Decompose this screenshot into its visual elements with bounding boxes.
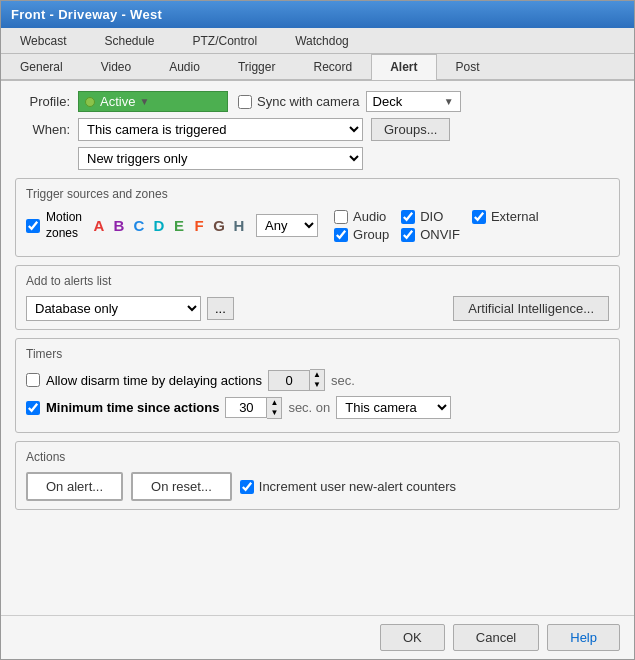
increment-checkbox[interactable] [240,480,254,494]
motion-zones-label: Motionzones [46,210,82,241]
source-checkboxes: Audio DIO External Group [334,209,539,242]
footer: OK Cancel Help [1,615,634,659]
ok-button[interactable]: OK [380,624,445,651]
actions-section: Actions On alert... On reset... Incremen… [15,441,620,510]
disarm-down-button[interactable]: ▼ [310,380,324,390]
zone-letter-g[interactable]: G [210,217,228,234]
profile-label: Profile: [15,94,70,109]
cancel-button[interactable]: Cancel [453,624,539,651]
increment-label[interactable]: Increment user new-alert counters [240,479,456,494]
active-indicator [85,97,95,107]
min-time-checkbox[interactable] [26,401,40,415]
group-checkbox[interactable] [334,228,348,242]
triggers-row: New triggers only [15,147,620,170]
timers-title: Timers [26,347,609,361]
disarm-row: Allow disarm time by delaying actions 0 … [26,369,609,391]
actions-title: Actions [26,450,609,464]
zone-letter-h[interactable]: H [230,217,248,234]
tab-watchdog[interactable]: Watchdog [276,28,368,53]
actions-buttons-row: On alert... On reset... Increment user n… [26,472,609,501]
trigger-sources-title: Trigger sources and zones [26,187,609,201]
onvif-label: ONVIF [420,227,460,242]
disarm-label: Allow disarm time by delaying actions [46,373,262,388]
audio-checkbox-label[interactable]: Audio [334,209,389,224]
on-alert-button[interactable]: On alert... [26,472,123,501]
disarm-sec-label: sec. [331,373,355,388]
min-time-label: Minimum time since actions [46,400,219,415]
tab-ptz-control[interactable]: PTZ/Control [174,28,277,53]
audio-checkbox[interactable] [334,210,348,224]
min-time-input[interactable]: 30 [225,397,267,418]
onvif-checkbox-label[interactable]: ONVIF [401,227,460,242]
on-reset-button[interactable]: On reset... [131,472,232,501]
external-label: External [491,209,539,224]
when-row: When: This camera is triggered Groups... [15,118,620,141]
tab-record[interactable]: Record [294,54,371,79]
titlebar: Front - Driveway - West [1,1,634,28]
main-content: Profile: Active ▼ Sync with camera Deck … [1,81,634,615]
ai-button[interactable]: Artificial Intelligence... [453,296,609,321]
external-checkbox-label[interactable]: External [472,209,539,224]
tab-general[interactable]: General [1,54,82,79]
min-time-sec-on-label: sec. on [288,400,330,415]
sync-with-camera-checkbox[interactable] [238,95,252,109]
zone-letter-e[interactable]: E [170,217,188,234]
disarm-input[interactable]: 0 [268,370,310,391]
motion-zones-checkbox[interactable] [26,219,40,233]
min-time-down-button[interactable]: ▼ [267,408,281,418]
tab-post[interactable]: Post [437,54,499,79]
increment-text: Increment user new-alert counters [259,479,456,494]
disarm-up-button[interactable]: ▲ [310,370,324,380]
bottom-tab-row: General Video Audio Trigger Record Alert… [1,54,634,81]
zone-letter-d[interactable]: D [150,217,168,234]
alerts-row: Database only ... Artificial Intelligenc… [26,296,609,321]
zone-letter-f[interactable]: F [190,217,208,234]
tab-audio[interactable]: Audio [150,54,219,79]
top-tab-row: Webcast Schedule PTZ/Control Watchdog [1,28,634,54]
sync-with-camera-label[interactable]: Sync with camera [238,94,360,109]
profile-row: Profile: Active ▼ Sync with camera Deck … [15,91,620,112]
external-checkbox[interactable] [472,210,486,224]
camera-dropdown[interactable]: This camera [336,396,451,419]
main-window: Front - Driveway - West Webcast Schedule… [0,0,635,660]
group-label: Group [353,227,389,242]
tab-video[interactable]: Video [82,54,150,79]
groups-button[interactable]: Groups... [371,118,450,141]
zone-letter-c[interactable]: C [130,217,148,234]
motion-zone-letters: A B C D E F G H [90,217,248,234]
database-dropdown[interactable]: Database only [26,296,201,321]
tab-schedule[interactable]: Schedule [85,28,173,53]
tab-alert[interactable]: Alert [371,54,436,80]
help-button[interactable]: Help [547,624,620,651]
window-title: Front - Driveway - West [11,7,162,22]
zone-letter-b[interactable]: B [110,217,128,234]
alerts-section: Add to alerts list Database only ... Art… [15,265,620,330]
sync-with-camera-text: Sync with camera [257,94,360,109]
dio-checkbox-label[interactable]: DIO [401,209,460,224]
motion-zones-row: Motionzones A B C D E F G H Any [26,209,609,242]
alerts-title: Add to alerts list [26,274,609,288]
chevron-down-icon: ▼ [139,96,149,107]
when-label: When: [15,122,70,137]
onvif-checkbox[interactable] [401,228,415,242]
dio-label: DIO [420,209,443,224]
when-dropdown[interactable]: This camera is triggered [78,118,363,141]
ellipsis-button[interactable]: ... [207,297,234,320]
deck-value: Deck [373,94,403,109]
tab-trigger[interactable]: Trigger [219,54,295,79]
group-checkbox-label[interactable]: Group [334,227,389,242]
disarm-checkbox[interactable] [26,373,40,387]
chevron-down-icon: ▼ [444,96,454,107]
any-dropdown[interactable]: Any [256,214,318,237]
zone-letter-a[interactable]: A [90,217,108,234]
min-time-up-button[interactable]: ▲ [267,398,281,408]
disarm-spinner: 0 ▲ ▼ [268,369,325,391]
profile-dropdown[interactable]: Active ▼ [78,91,228,112]
triggers-dropdown[interactable]: New triggers only [78,147,363,170]
min-time-spin-buttons: ▲ ▼ [267,397,282,419]
dio-checkbox[interactable] [401,210,415,224]
min-time-row: Minimum time since actions 30 ▲ ▼ sec. o… [26,396,609,419]
profile-value: Active [100,94,135,109]
deck-dropdown[interactable]: Deck ▼ [366,91,461,112]
tab-webcast[interactable]: Webcast [1,28,85,53]
